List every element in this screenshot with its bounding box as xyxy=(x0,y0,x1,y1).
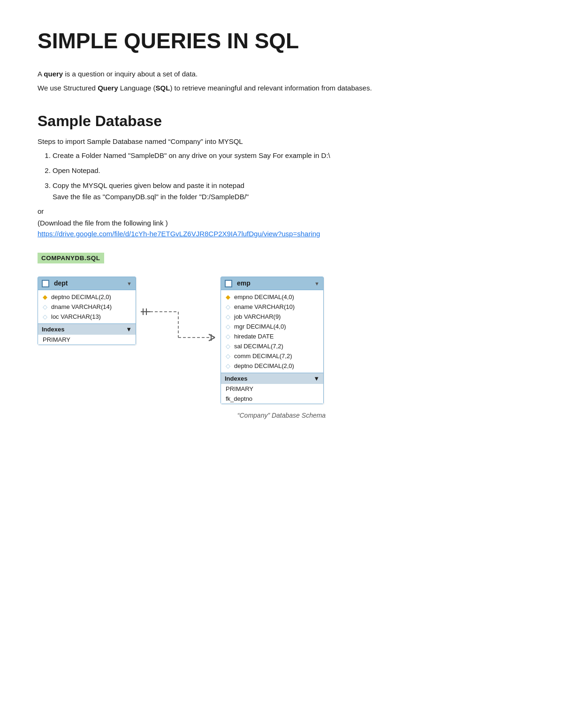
step-2: Open Notepad. xyxy=(53,165,525,176)
diamond-icon: ◇ xyxy=(226,362,230,369)
emp-field-sal: ◇ sal DECIMAL(7,2) xyxy=(221,341,323,351)
intro-block: A query is a question or inquiry about a… xyxy=(38,68,525,94)
emp-table-title: emp xyxy=(237,279,251,287)
connector-svg xyxy=(136,277,221,352)
emp-field-comm: ◇ comm DECIMAL(7,2) xyxy=(221,351,323,361)
emp-indexes-header: Indexes ▼ xyxy=(221,373,323,384)
key-icon: ◆ xyxy=(226,293,230,300)
schema-diagram: dept ▼ ◆ deptno DECIMAL(2,0) ◇ dname VAR… xyxy=(38,272,525,404)
emp-fields: ◆ empno DECIMAL(4,0) ◇ ename VARCHAR(10)… xyxy=(221,290,323,373)
companydb-label: COMPANYDB.SQL xyxy=(38,253,525,272)
or-text: or xyxy=(38,207,525,215)
emp-field-hiredate: ◇ hiredate DATE xyxy=(221,331,323,341)
sort-icon: ▼ xyxy=(127,281,132,286)
step-3: Copy the MYSQL queries given below and p… xyxy=(53,180,525,203)
step-1: Create a Folder Named "SampleDB" on any … xyxy=(53,150,525,161)
emp-field-empno: ◆ empno DECIMAL(4,0) xyxy=(221,292,323,302)
emp-index-primary: PRIMARY xyxy=(221,384,323,394)
emp-field-mgr: ◇ mgr DECIMAL(4,0) xyxy=(221,322,323,331)
emp-table-icon-wrap: emp xyxy=(225,279,251,287)
download-text: (Download the file from the following li… xyxy=(38,219,525,227)
download-link[interactable]: https://drive.google.com/file/d/1cYh-he7… xyxy=(38,230,525,238)
dept-field-loc: ◇ loc VARCHAR(13) xyxy=(38,312,136,322)
dept-fields: ◆ deptno DECIMAL(2,0) ◇ dname VARCHAR(14… xyxy=(38,290,136,323)
emp-table: emp ▼ ◆ empno DECIMAL(4,0) ◇ ename VARCH… xyxy=(221,277,324,404)
emp-table-header: emp ▼ xyxy=(221,277,323,290)
diamond-icon: ◇ xyxy=(226,323,230,330)
steps-intro: Steps to import Sample Database named “C… xyxy=(38,137,525,145)
sort-icon: ▼ xyxy=(126,326,132,333)
schema-caption: “Company” Database Schema xyxy=(38,412,525,419)
diamond-icon: ◇ xyxy=(226,343,230,350)
diamond-icon: ◇ xyxy=(226,353,230,360)
dept-indexes-header: Indexes ▼ xyxy=(38,323,136,335)
steps-list: Create a Folder Named "SampleDB" on any … xyxy=(53,150,525,203)
dept-field-dname: ◇ dname VARCHAR(14) xyxy=(38,302,136,312)
diamond-icon: ◇ xyxy=(43,303,47,310)
diamond-icon: ◇ xyxy=(226,333,230,340)
sort-icon: ▼ xyxy=(314,281,320,286)
connector-area xyxy=(136,277,221,352)
intro-line2: We use Structured Query Language (SQL) t… xyxy=(38,83,525,94)
dept-table-icon-wrap: dept xyxy=(42,279,68,287)
emp-field-deptno: ◇ deptno DECIMAL(2,0) xyxy=(221,361,323,371)
svg-line-7 xyxy=(209,338,215,341)
diamond-icon: ◇ xyxy=(226,313,230,320)
emp-field-job: ◇ job VARCHAR(9) xyxy=(221,312,323,322)
dept-index-primary: PRIMARY xyxy=(38,335,136,345)
dept-field-deptno: ◆ deptno DECIMAL(2,0) xyxy=(38,292,136,302)
key-icon: ◆ xyxy=(43,293,47,300)
page-title: SIMPLE QUERIES IN SQL xyxy=(38,28,525,53)
intro-line1: A query is a question or inquiry about a… xyxy=(38,68,525,80)
table-icon xyxy=(42,280,49,287)
svg-line-6 xyxy=(209,334,215,338)
dept-table: dept ▼ ◆ deptno DECIMAL(2,0) ◇ dname VAR… xyxy=(38,277,136,345)
sort-icon: ▼ xyxy=(313,375,320,382)
table-icon xyxy=(225,280,232,287)
dept-table-title: dept xyxy=(54,279,68,287)
dept-table-header: dept ▼ xyxy=(38,277,136,290)
emp-index-fk-deptno: fk_deptno xyxy=(221,394,323,404)
diamond-icon: ◇ xyxy=(43,313,47,320)
section-title: Sample Database xyxy=(38,113,525,130)
diamond-icon: ◇ xyxy=(226,303,230,310)
dept-indexes-label: Indexes xyxy=(42,326,64,333)
emp-indexes-label: Indexes xyxy=(225,375,247,382)
emp-field-ename: ◇ ename VARCHAR(10) xyxy=(221,302,323,312)
